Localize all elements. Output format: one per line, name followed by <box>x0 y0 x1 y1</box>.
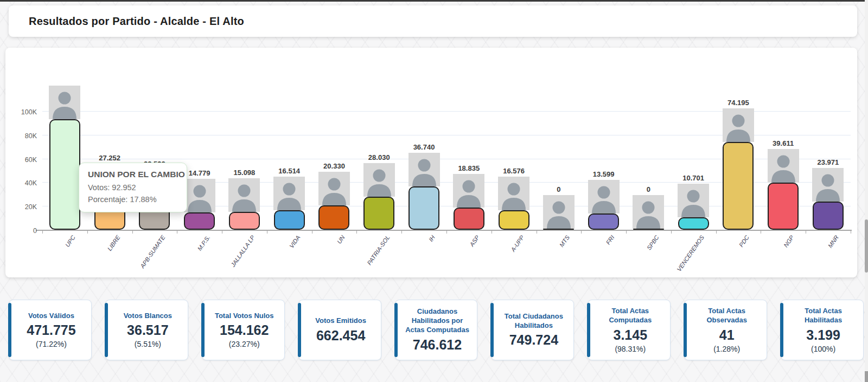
bar-column-SPBC: 0SPBC <box>626 185 671 230</box>
candidate-photo <box>273 177 305 210</box>
x-axis-tick <box>356 231 357 234</box>
candidate-photo <box>543 195 575 229</box>
card-value: 746.612 <box>413 337 462 353</box>
bar-UN[interactable] <box>318 205 349 230</box>
category-label-LIBRE: LIBRE <box>106 234 122 252</box>
candidate-photo <box>498 177 529 210</box>
category-label-VENCEREMOS: VENCEREMOS <box>675 234 705 273</box>
bar-value-label: 23.971 <box>818 158 839 166</box>
card-title: Total Votos Nulos <box>215 312 274 321</box>
bar-value-label: 16.514 <box>278 167 300 175</box>
bar-column-VENCEREMOS: 10.701VENCEREMOS <box>671 174 716 230</box>
card-percent: (1.28%) <box>713 345 740 353</box>
card-accent-bar <box>105 303 108 357</box>
bar-VENCEREMOS[interactable] <box>678 217 709 230</box>
candidate-photo <box>633 195 664 229</box>
candidate-photo <box>49 86 80 119</box>
summary-card: Total Actas Computadas3.145(98.31%) <box>588 300 671 360</box>
y-axis-label-40K: 40K <box>11 179 37 187</box>
x-axis-tick <box>851 231 851 234</box>
card-title: Votos Blancos <box>124 312 172 321</box>
bar-M.P.S.[interactable] <box>184 212 215 230</box>
bar-NGP[interactable] <box>768 183 799 230</box>
card-accent-bar <box>684 303 687 357</box>
card-value: 749.724 <box>509 332 558 348</box>
bar-column-IH: 36.740IH <box>401 143 446 230</box>
bar-column-FRI: 13.599FRI <box>581 170 626 230</box>
bar-value-label: 39.611 <box>773 139 794 147</box>
x-axis-tick <box>626 231 627 234</box>
summary-card: Total Actas Habilitadas3.199(100%) <box>781 300 864 360</box>
bar-A-UPP[interactable] <box>499 210 529 230</box>
card-value: 154.162 <box>220 322 269 338</box>
bar-MNR[interactable] <box>813 202 844 230</box>
card-value: 471.775 <box>27 322 75 338</box>
chart-title-card: Resultados por Partido - Alcalde - El Al… <box>9 5 857 37</box>
bar-value-label: 27.252 <box>99 154 120 162</box>
bar-PDC[interactable] <box>723 142 754 230</box>
bar-SPBC[interactable] <box>633 229 664 230</box>
card-percent: (23.27%) <box>229 340 260 348</box>
category-label-NGP: NGP <box>782 234 795 248</box>
card-accent-bar <box>587 303 590 357</box>
bar-UPC[interactable] <box>49 119 80 230</box>
x-axis-tick <box>671 231 672 234</box>
x-axis-tick <box>312 231 312 234</box>
card-accent-bar <box>298 303 301 357</box>
bar-value-label: 74.195 <box>727 99 749 107</box>
candidate-photo <box>723 108 754 142</box>
summary-card: Votos Blancos36.517(5.51%) <box>105 300 188 360</box>
summary-card: Votos Válidos471.775(71.22%) <box>9 300 92 360</box>
chart-panel: UPC27.252LIBRE22.592APB-SUMATE14.779M.P.… <box>5 48 857 277</box>
bar-value-label: 28.030 <box>368 153 390 161</box>
bar-IH[interactable] <box>409 186 439 230</box>
card-value: 3.199 <box>806 327 840 343</box>
card-title: Votos Emitidos <box>315 316 366 326</box>
bar-MTS[interactable] <box>543 229 574 230</box>
category-label-IH: IH <box>427 234 436 243</box>
card-percent: (98.31%) <box>615 345 646 353</box>
x-axis-tick <box>492 231 492 234</box>
card-value: 3.145 <box>614 327 648 343</box>
card-title: Total Actas Computadas <box>596 307 665 325</box>
card-value: 36.517 <box>127 322 168 338</box>
card-title: Ciudadanos Habilitados por Actas Computa… <box>403 307 472 335</box>
scrollbar-thumb[interactable] <box>865 219 868 273</box>
card-accent-bar <box>8 303 11 357</box>
summary-card: Total Actas Observadas41(1.28%) <box>684 300 767 360</box>
x-axis-line <box>36 230 852 231</box>
x-axis-tick <box>267 231 267 234</box>
vertical-scrollbar[interactable] <box>865 0 868 382</box>
bar-value-label: 36.740 <box>413 143 435 151</box>
bar-PATRIA-SOL[interactable] <box>363 197 394 230</box>
scrollbar-corner <box>865 371 868 382</box>
bar-column-NGP: 39.611NGP <box>761 139 806 230</box>
x-axis-tick <box>761 231 761 234</box>
candidate-photo <box>409 153 440 186</box>
x-axis-tick <box>132 231 133 234</box>
bar-column-VIDA: 16.514VIDA <box>267 167 312 230</box>
x-axis-tick <box>42 231 43 234</box>
card-title: Total Ciudadanos Habilitados <box>499 312 568 331</box>
candidate-photo <box>678 184 709 217</box>
bar-VIDA[interactable] <box>274 210 305 230</box>
summary-card: Total Ciudadanos Habilitados749.724 <box>491 300 574 360</box>
bar-FRI[interactable] <box>588 213 619 230</box>
bar-column-PATRIA-SOL: 28.030PATRIA-SOL <box>356 153 401 230</box>
candidate-photo <box>588 180 620 213</box>
category-label-VIDA: VIDA <box>288 234 301 249</box>
card-title: Total Actas Observadas <box>692 307 761 325</box>
category-label-ASP: ASP <box>469 234 481 248</box>
y-axis-label-20K: 20K <box>11 203 37 211</box>
candidate-photo <box>184 179 215 212</box>
category-label-M.P.S.: M.P.S. <box>196 234 212 252</box>
summary-card: Total Votos Nulos154.162(23.27%) <box>202 300 285 360</box>
window-top-edge <box>0 0 868 2</box>
bar-value-label: 14.779 <box>189 169 210 177</box>
category-label-PDC: PDC <box>738 234 750 248</box>
card-accent-bar <box>394 303 398 357</box>
bar-JALLALLA LP[interactable] <box>229 212 260 230</box>
y-axis-label-0: 0 <box>11 227 37 235</box>
tooltip-votes: Votos: 92.952 <box>88 182 178 193</box>
bar-ASP[interactable] <box>454 208 484 230</box>
